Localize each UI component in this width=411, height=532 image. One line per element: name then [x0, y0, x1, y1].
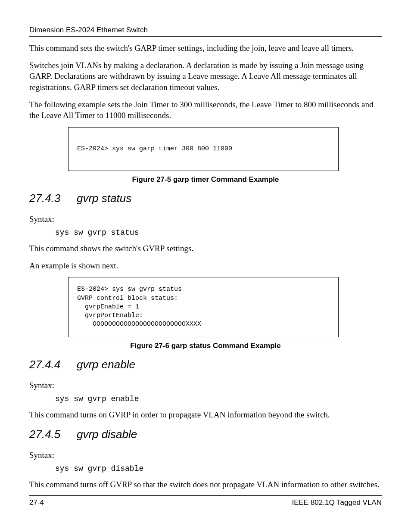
section-number: 27.4.3 — [29, 192, 77, 205]
page-footer: 27-4 IEEE 802.1Q Tagged VLAN — [29, 495, 382, 507]
section-title: gvrp disable — [77, 428, 137, 441]
paragraph: The following example sets the Join Time… — [29, 99, 382, 121]
paragraph: This command sets the switch's GARP time… — [29, 43, 382, 54]
code-example-gvrp-status: ES-2024> sys sw gvrp status GVRP control… — [68, 277, 339, 337]
syntax-command: sys sw gvrp disable — [55, 464, 382, 473]
paragraph: Switches join VLANs by making a declarat… — [29, 60, 382, 93]
paragraph: This command turns off GVRP so that the … — [29, 479, 382, 490]
section-title: gvrp enable — [77, 358, 135, 371]
footer-chapter-title: IEEE 802.1Q Tagged VLAN — [292, 498, 382, 507]
section-number: 27.4.5 — [29, 428, 77, 441]
syntax-label: Syntax: — [29, 215, 382, 224]
section-heading-27-4-4: 27.4.4gvrp enable — [29, 358, 382, 371]
section-heading-27-4-3: 27.4.3gvrp status — [29, 192, 382, 205]
paragraph: An example is shown next. — [29, 260, 382, 271]
syntax-label: Syntax: — [29, 381, 382, 390]
page: Dimension ES-2024 Ethernet Switch This c… — [0, 0, 411, 532]
syntax-command: sys sw gvrp enable — [55, 395, 382, 403]
code-example-garp-timer: ES-2024> sys sw garp timer 300 800 11000 — [68, 127, 339, 171]
syntax-command: sys sw gvrp status — [55, 228, 382, 237]
section-title: gvrp status — [77, 192, 131, 205]
syntax-label: Syntax: — [29, 451, 382, 460]
running-header: Dimension ES-2024 Ethernet Switch — [29, 26, 382, 37]
figure-caption: Figure 27-5 garp timer Command Example — [29, 175, 382, 184]
paragraph: This command shows the switch's GVRP set… — [29, 243, 382, 254]
section-number: 27.4.4 — [29, 358, 77, 371]
section-heading-27-4-5: 27.4.5gvrp disable — [29, 428, 382, 441]
paragraph: This command turns on GVRP in order to p… — [29, 409, 382, 420]
figure-caption: Figure 27-6 garp status Command Example — [29, 342, 382, 350]
page-number: 27-4 — [29, 498, 44, 507]
